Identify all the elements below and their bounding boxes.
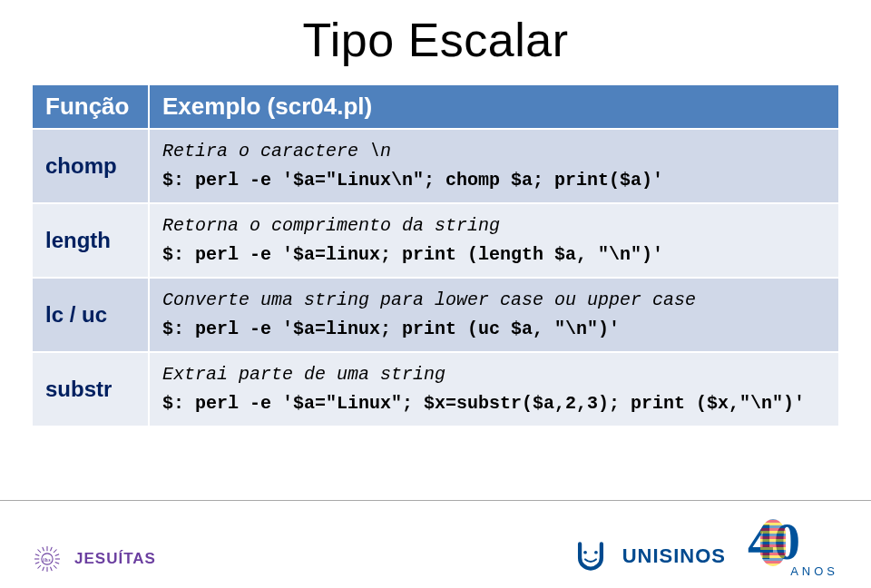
svg-line-7 [54,550,57,554]
func-name: length [33,203,149,278]
func-name: lc / uc [33,278,149,352]
header-exemplo: Exemplo (scr04.pl) [149,85,838,129]
svg-point-19 [594,551,598,554]
func-name: chomp [33,129,149,203]
svg-line-12 [51,567,53,571]
function-table: Função Exemplo (scr04.pl) chomp Retira o… [33,85,838,427]
svg-line-13 [35,554,39,556]
anniversary-badge: 4 0 ANOS [748,515,838,579]
table-row: substr Extrai parte de uma string $: per… [33,352,838,426]
page-title: Tipo Escalar [0,13,871,67]
svg-line-8 [38,565,42,569]
example-code: $: perl -e '$a=linux; print (length $a, … [162,242,826,268]
stripe-icon [760,519,786,566]
svg-text:ihs: ihs [43,557,51,563]
example-desc: Retorna o comprimento da string [162,213,826,239]
table-row: chomp Retira o caractere \n $: perl -e '… [33,129,838,203]
unisinos-text: UNISINOS [622,544,726,568]
svg-line-15 [55,554,59,556]
unisinos-icon [575,541,606,572]
table-row: lc / uc Converte uma string para lower c… [33,278,838,352]
svg-line-5 [38,550,42,554]
svg-line-14 [35,563,39,564]
header-funcao: Função [33,85,149,129]
slide: Tipo Escalar Função Exemplo (scr04.pl) c… [0,0,871,588]
func-example: Extrai parte de uma string $: perl -e '$… [149,352,838,426]
unisinos-logo: UNISINOS [575,541,726,572]
svg-line-6 [54,565,57,569]
func-example: Converte uma string para lower case ou u… [149,278,838,352]
example-desc: Extrai parte de uma string [162,362,826,387]
svg-line-16 [55,563,59,564]
jesuitas-logo: ihs JESUÍTAS [34,546,156,572]
func-example: Retorna o comprimento da string $: perl … [149,203,838,278]
jesuitas-text: JESUÍTAS [74,550,156,568]
svg-line-10 [51,547,53,551]
svg-line-11 [43,567,44,571]
example-desc: Converte uma string para lower case ou u… [162,288,826,313]
svg-point-18 [583,551,587,554]
sun-icon: ihs [34,546,60,572]
table-row: length Retorna o comprimento da string $… [33,203,838,278]
anniversary-number: 4 0 [748,515,838,568]
example-desc: Retira o caractere \n [162,139,826,164]
example-code: $: perl -e '$a="Linux\n"; chomp $a; prin… [162,168,826,193]
example-code: $: perl -e '$a="Linux"; $x=substr($a,2,3… [162,391,826,416]
footer: ihs JESUÍTAS UNISINOS 4 0 ANOS [0,501,871,588]
table-header-row: Função Exemplo (scr04.pl) [33,85,838,129]
func-example: Retira o caractere \n $: perl -e '$a="Li… [149,129,838,203]
svg-line-9 [43,547,44,551]
func-name: substr [33,352,149,426]
example-code: $: perl -e '$a=linux; print (uc $a, "\n"… [162,317,826,342]
